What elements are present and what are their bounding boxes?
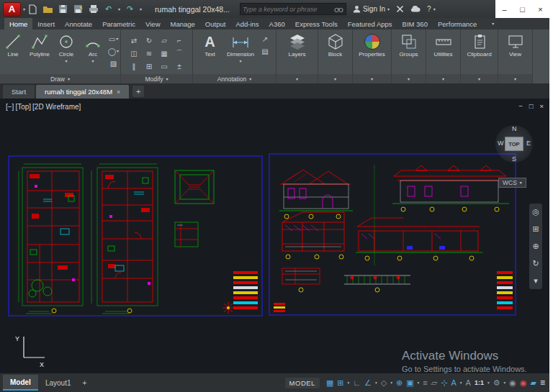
viewcube-top-face[interactable]: TOP: [505, 137, 523, 151]
new-file-icon[interactable]: [27, 4, 38, 14]
layers-button[interactable]: Layers: [279, 31, 316, 58]
caret-down-icon[interactable]: ▾: [348, 380, 350, 385]
properties-panel-footer[interactable]: ▾: [353, 74, 391, 83]
circle-button[interactable]: Circle ▾: [54, 31, 79, 63]
doc-restore-icon[interactable]: □: [529, 102, 534, 110]
transparency-icon[interactable]: ▱: [431, 379, 437, 387]
tab-insert[interactable]: Insert: [32, 18, 60, 29]
annotation-monitor-icon[interactable]: ◉: [509, 379, 516, 387]
utilities-button[interactable]: Utilities: [428, 31, 459, 58]
groups-button[interactable]: Groups: [393, 31, 425, 58]
mirror-icon[interactable]: ≋: [146, 50, 152, 58]
line-button[interactable]: Line: [1, 31, 26, 58]
block-panel-footer[interactable]: ▾: [318, 74, 352, 83]
viewport-visual-style-control[interactable]: [2D Wireframe]: [32, 103, 81, 111]
annotation-autoscale-icon[interactable]: A: [466, 379, 471, 387]
rectangle-icon[interactable]: ▭▾: [107, 34, 120, 44]
model-tab[interactable]: Model: [3, 375, 38, 391]
save-icon[interactable]: [58, 4, 68, 14]
viewcube-west[interactable]: W: [498, 140, 504, 147]
new-drawing-button[interactable]: +: [132, 86, 144, 97]
undo-caret-icon[interactable]: ▾: [118, 7, 120, 12]
move-icon[interactable]: ⇄: [131, 37, 137, 45]
minimize-button[interactable]: –: [495, 0, 513, 18]
model-space-canvas[interactable]: Y X [−] [Top] [2D Wireframe] − □ × N W E…: [0, 99, 549, 373]
trim-icon[interactable]: ▱: [161, 37, 167, 45]
isolate-objects-icon[interactable]: ◉: [520, 379, 527, 387]
model-space-button[interactable]: MODEL: [285, 378, 320, 388]
caret-down-icon[interactable]: ▾: [375, 380, 377, 385]
zoom-icon[interactable]: ⊕: [532, 242, 539, 251]
array-icon[interactable]: ▦: [161, 50, 167, 58]
scale-icon[interactable]: ±: [177, 63, 181, 70]
help-button[interactable]: ? ▾: [427, 5, 436, 13]
rotate-icon[interactable]: ↻: [146, 37, 152, 45]
tab-add-ins[interactable]: Add-ins: [230, 18, 264, 29]
plot-icon[interactable]: [88, 4, 99, 14]
block-button[interactable]: Block: [320, 31, 351, 58]
snap-icon[interactable]: ⊞: [337, 379, 343, 387]
new-layout-button[interactable]: +: [78, 375, 91, 391]
annotation-visibility-icon[interactable]: A: [451, 379, 456, 387]
undo-icon[interactable]: ↶: [103, 4, 114, 14]
tab-featured-apps[interactable]: Featured Apps: [343, 18, 397, 29]
properties-button[interactable]: Properties: [354, 31, 390, 58]
clipboard-button[interactable]: Clipboard: [462, 31, 497, 58]
isometric-drafting-icon[interactable]: ◇: [381, 379, 387, 387]
binoculars-search-icon[interactable]: [334, 6, 343, 13]
viewport-view-control[interactable]: [Top]: [15, 103, 31, 111]
table-icon[interactable]: ▤: [258, 46, 271, 56]
hatch-icon[interactable]: ▨: [107, 58, 120, 68]
tab-a360[interactable]: A360: [264, 18, 290, 29]
doc-minimize-icon[interactable]: −: [518, 102, 523, 110]
ortho-icon[interactable]: ∟: [353, 379, 361, 387]
layers-panel-footer[interactable]: ▾: [276, 74, 318, 83]
modify-panel-footer[interactable]: Modify ▾: [121, 74, 192, 83]
navigation-wheel-icon[interactable]: ◎: [532, 207, 539, 216]
draw-panel-footer[interactable]: Draw ▾: [0, 74, 120, 83]
tab-express-tools[interactable]: Express Tools: [290, 18, 343, 29]
utilities-panel-footer[interactable]: ▾: [426, 74, 460, 83]
wcs-dropdown[interactable]: WCS ▾: [498, 178, 526, 188]
annotation-panel-footer[interactable]: Annotation ▾: [193, 74, 276, 83]
dynamic-input-icon[interactable]: ⊹: [441, 379, 447, 387]
object-snap-icon[interactable]: ▣: [406, 379, 413, 387]
polar-tracking-icon[interactable]: ∠: [364, 379, 372, 387]
erase-icon[interactable]: ⌐: [177, 37, 181, 45]
navbar-more-icon[interactable]: ▾: [534, 276, 538, 286]
doc-close-icon[interactable]: ×: [539, 102, 544, 110]
close-tab-icon[interactable]: ×: [117, 88, 120, 96]
dimension-button[interactable]: Dimension ▾: [224, 31, 257, 63]
caret-down-icon[interactable]: ▾: [487, 380, 490, 385]
qat-customize-caret-icon[interactable]: ▾: [140, 7, 142, 12]
maximize-button[interactable]: □: [513, 0, 531, 18]
ellipse-icon[interactable]: ◯▾: [107, 46, 120, 56]
connect-icon[interactable]: [410, 6, 421, 12]
view-panel-footer[interactable]: ▾: [498, 74, 532, 83]
leader-icon[interactable]: ↗: [258, 34, 271, 44]
caret-down-icon[interactable]: ▾: [504, 380, 506, 385]
open-file-icon[interactable]: [42, 4, 53, 14]
tab-performance[interactable]: Performance: [433, 18, 482, 29]
viewcube-south[interactable]: S: [512, 155, 516, 163]
text-button[interactable]: A Text: [197, 31, 222, 58]
explode-icon[interactable]: ⊞: [146, 63, 152, 70]
ribbon-collapse-button[interactable]: ▾: [487, 18, 498, 29]
viewcube-east[interactable]: E: [526, 140, 531, 147]
groups-panel-footer[interactable]: ▾: [392, 74, 426, 83]
viewport-minimize-control[interactable]: [−]: [6, 103, 14, 111]
fillet-icon[interactable]: ⌒: [176, 48, 183, 58]
search-input[interactable]: [243, 6, 334, 13]
layout1-tab[interactable]: Layout1: [38, 375, 78, 391]
customization-menu-icon[interactable]: ≡: [540, 378, 545, 387]
save-as-icon[interactable]: [73, 4, 84, 14]
viewcube-north[interactable]: N: [512, 125, 517, 132]
start-tab[interactable]: Start: [3, 85, 35, 99]
object-snap-tracking-icon[interactable]: ⊕: [396, 379, 403, 387]
stretch-icon[interactable]: ▭: [161, 63, 167, 70]
exchange-apps-icon[interactable]: [396, 5, 404, 13]
app-menu-caret-icon[interactable]: ▾: [23, 7, 25, 12]
caret-down-icon[interactable]: ▾: [460, 380, 462, 385]
tab-view[interactable]: View: [140, 18, 165, 29]
drawing-content[interactable]: Y X: [0, 99, 549, 373]
